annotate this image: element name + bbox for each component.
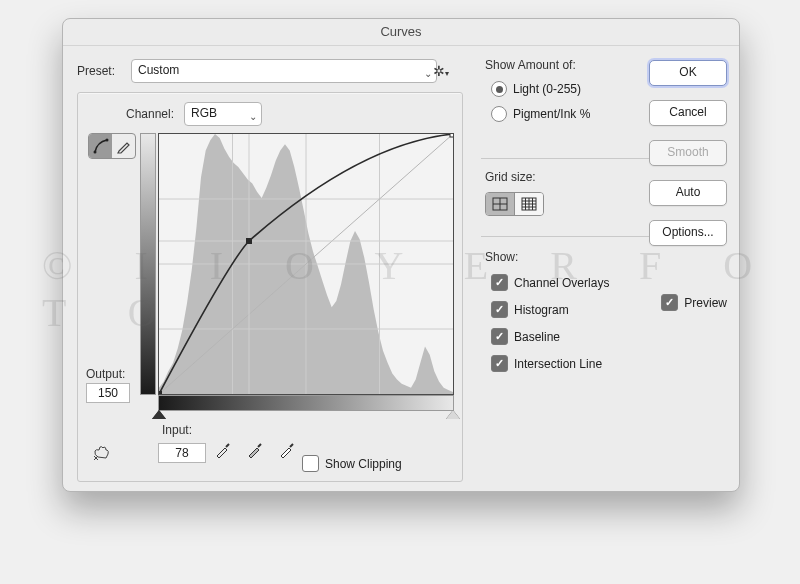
show-amount-group: Show Amount of: Light (0-255) Pigment/In… — [485, 58, 590, 122]
ok-button[interactable]: OK — [649, 60, 727, 86]
checkbox-on-icon: ✓ — [661, 294, 678, 311]
svg-point-0 — [93, 151, 96, 154]
channel-overlays-checkbox[interactable]: ✓Channel Overlays — [491, 274, 609, 291]
checkbox-on-icon: ✓ — [491, 355, 508, 372]
checkbox-icon: ✓ — [302, 455, 319, 472]
eyedropper-gray-icon[interactable] — [246, 441, 264, 462]
gear-icon[interactable]: ✲▾ — [433, 63, 449, 79]
checkbox-on-icon: ✓ — [491, 301, 508, 318]
output-gradient — [140, 133, 156, 395]
eyedropper-white-icon[interactable] — [278, 441, 296, 462]
radio-off-icon — [491, 106, 507, 122]
preset-label: Preset: — [77, 64, 115, 78]
baseline-checkbox[interactable]: ✓Baseline — [491, 328, 609, 345]
curve-chart[interactable] — [158, 133, 454, 395]
grid-coarse-button[interactable] — [486, 193, 515, 215]
divider — [481, 236, 673, 237]
targeted-adjust-icon[interactable] — [92, 445, 112, 465]
input-label: Input: — [162, 423, 192, 437]
channel-value: RGB — [191, 106, 217, 120]
auto-button[interactable]: Auto — [649, 180, 727, 206]
title-bar: Curves — [63, 19, 739, 46]
channel-dropdown[interactable]: RGB ⌄ — [184, 102, 262, 126]
preset-value: Custom — [138, 63, 179, 77]
white-point-slider[interactable] — [446, 410, 460, 419]
chevron-updown-icon: ⌄ — [424, 64, 432, 84]
checkbox-on-icon: ✓ — [491, 328, 508, 345]
preset-dropdown[interactable]: Custom ⌄ — [131, 59, 437, 83]
curve-panel: Channel: RGB ⌄ — [77, 92, 463, 482]
grid-size-group: Grid size: — [485, 170, 544, 216]
preview-checkbox[interactable]: ✓Preview — [661, 294, 727, 311]
chevron-updown-icon: ⌄ — [249, 107, 257, 127]
input-gradient — [158, 395, 454, 411]
smooth-button: Smooth — [649, 140, 727, 166]
checkbox-on-icon: ✓ — [491, 274, 508, 291]
window-title: Curves — [380, 24, 421, 39]
pigment-radio[interactable]: Pigment/Ink % — [491, 106, 590, 122]
light-radio[interactable]: Light (0-255) — [491, 81, 590, 97]
button-column: OK Cancel Smooth Auto Options... — [649, 60, 727, 246]
intersection-line-checkbox[interactable]: ✓Intersection Line — [491, 355, 609, 372]
eyedropper-black-icon[interactable] — [214, 441, 232, 462]
curves-dialog: Curves Preset: Custom ⌄ ✲▾ Channel: RGB … — [62, 18, 740, 492]
output-label: Output: — [86, 367, 125, 381]
output-field[interactable]: 150 — [86, 383, 130, 403]
show-clipping-checkbox[interactable]: ✓Show Clipping — [302, 455, 402, 472]
show-options-group: Show: ✓Channel Overlays ✓Histogram ✓Base… — [485, 250, 609, 372]
point-curve-icon[interactable] — [89, 134, 112, 158]
options-button[interactable]: Options... — [649, 220, 727, 246]
histogram-checkbox[interactable]: ✓Histogram — [491, 301, 609, 318]
eyedropper-group — [214, 441, 296, 462]
input-field[interactable]: 78 — [158, 443, 206, 463]
show-amount-label: Show Amount of: — [485, 58, 590, 72]
black-point-slider[interactable] — [152, 410, 166, 419]
svg-rect-11 — [159, 391, 162, 394]
pencil-icon[interactable] — [112, 134, 135, 158]
radio-on-icon — [491, 81, 507, 97]
channel-label: Channel: — [126, 107, 174, 121]
curve-tool-toggle[interactable] — [88, 133, 136, 159]
divider — [481, 158, 673, 159]
svg-point-1 — [105, 139, 108, 142]
grid-size-label: Grid size: — [485, 170, 544, 184]
cancel-button[interactable]: Cancel — [649, 100, 727, 126]
show-label: Show: — [485, 250, 609, 264]
svg-rect-13 — [246, 238, 252, 244]
grid-fine-button[interactable] — [515, 193, 543, 215]
svg-rect-12 — [450, 134, 453, 137]
